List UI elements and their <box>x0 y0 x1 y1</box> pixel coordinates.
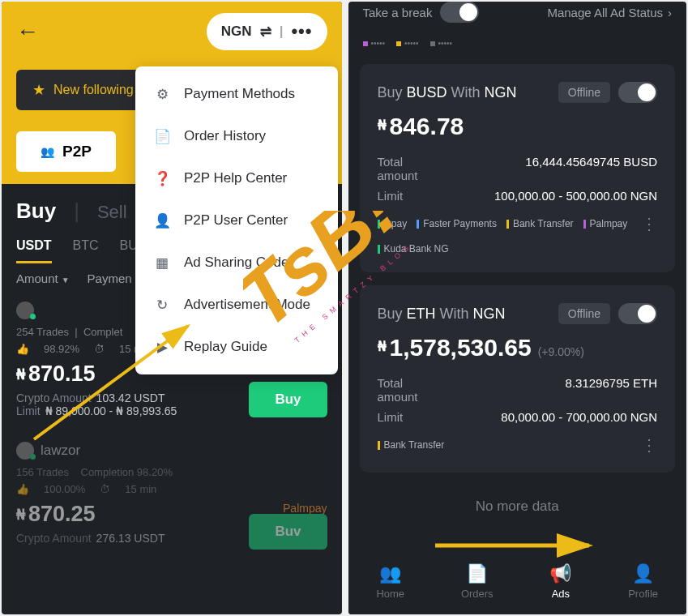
home-icon: 👥 <box>376 563 404 584</box>
coin-btc[interactable]: BTC <box>73 238 99 263</box>
currency-selector[interactable]: NGN ⇌ | ••• <box>207 13 327 50</box>
following-banner[interactable]: ★ New following <box>16 70 150 110</box>
ad-toggle[interactable] <box>618 82 657 103</box>
menu-help-center[interactable]: ❓P2P Help Center <box>135 157 338 199</box>
nav-orders[interactable]: 📄Orders <box>461 563 494 600</box>
header-controls: Take a break Manage All Ad Status › <box>348 2 687 36</box>
chevron-right-icon: › <box>668 6 672 19</box>
document-icon: 📄 <box>153 127 171 145</box>
bottom-nav: 👥Home 📄Orders 📢Ads 👤Profile <box>348 554 687 614</box>
nav-ads[interactable]: 📢Ads <box>549 563 571 600</box>
take-break-label: Take a break <box>363 6 433 19</box>
back-icon[interactable]: ← <box>16 19 39 45</box>
user-icon: 👤 <box>153 212 171 229</box>
no-more-data: No more data <box>348 486 687 528</box>
tab-sell[interactable]: Sell <box>97 202 127 223</box>
nav-home[interactable]: 👥Home <box>376 563 404 600</box>
filter-payment[interactable]: Paymen <box>88 272 132 285</box>
manage-ad-status[interactable]: Manage All Ad Status › <box>547 6 672 19</box>
more-icon[interactable]: ⋮ <box>641 435 657 455</box>
gear-icon: ⚙ <box>153 85 171 103</box>
ad-card-2: Buy ETH With NGN Offline ₦1,578,530.65(+… <box>360 285 676 473</box>
left-screenshot: ← NGN ⇌ | ••• ★ New following 👥 P2P Ex <box>2 2 342 614</box>
buy-button[interactable]: Buv <box>249 514 327 550</box>
tab-buy[interactable]: Buy <box>16 199 56 224</box>
avatar[interactable] <box>16 302 34 319</box>
payment-methods: Opay Faster Payments Bank Transfer Palmp… <box>378 214 658 255</box>
seller-name[interactable]: lawzor <box>41 443 80 459</box>
payment-tag: Palmpay <box>283 502 327 515</box>
right-screenshot: Take a break Manage All Ad Status › ••••… <box>348 2 687 614</box>
ad-title: Buy ETH With NGN <box>378 306 506 323</box>
ad-title: Buy BUSD With NGN <box>378 84 517 101</box>
help-icon: ❓ <box>153 169 171 187</box>
filter-chips: ••••• ••••• ••••• <box>348 36 687 51</box>
coin-usdt[interactable]: USDT <box>16 238 52 263</box>
menu-sharing-code[interactable]: ▦Ad Sharing Code <box>135 242 338 284</box>
p2p-icon: 👥 <box>41 145 54 158</box>
more-menu: ⚙Payment Methods 📄Order History ❓P2P Hel… <box>135 66 338 374</box>
swap-icon: ⇌ <box>260 24 271 41</box>
ad-card-1: Buy BUSD With NGN Offline ₦846.78 Total … <box>360 64 676 272</box>
menu-replay-guide[interactable]: ▶Replay Guide <box>135 326 338 368</box>
ad-price: ₦1,578,530.65(+9.00%) <box>378 334 658 361</box>
currency-label: NGN <box>221 24 252 40</box>
take-break-toggle[interactable] <box>440 2 479 23</box>
menu-user-center[interactable]: 👤P2P User Center <box>135 199 338 242</box>
nav-profile[interactable]: 👤Profile <box>628 563 658 600</box>
status-badge: Offline <box>558 303 610 324</box>
megaphone-icon: 📢 <box>549 563 571 584</box>
clock-icon: ⏱ <box>94 343 105 355</box>
tab-p2p[interactable]: 👥 P2P <box>16 131 116 172</box>
menu-advertisement-mode[interactable]: ↻Advertisement Mode <box>135 284 338 326</box>
qr-icon: ▦ <box>153 254 171 272</box>
status-badge: Offline <box>558 82 610 103</box>
profile-icon: 👤 <box>628 563 658 584</box>
ad-price: ₦846.78 <box>378 113 658 140</box>
more-icon[interactable]: ••• <box>291 21 312 42</box>
payment-methods: Bank Transfer ⋮ <box>378 435 658 455</box>
play-icon: ▶ <box>153 338 171 356</box>
more-icon[interactable]: ⋮ <box>641 214 657 233</box>
ad-toggle[interactable] <box>618 303 657 324</box>
avatar[interactable] <box>16 442 34 460</box>
thumb-icon: 👍 <box>16 483 29 495</box>
menu-order-history[interactable]: 📄Order History <box>135 115 338 157</box>
thumb-icon: 👍 <box>16 343 29 355</box>
refresh-icon: ↻ <box>153 296 171 314</box>
following-text: New following <box>53 83 134 97</box>
menu-payment-methods[interactable]: ⚙Payment Methods <box>135 73 338 115</box>
orders-icon: 📄 <box>461 563 494 584</box>
clock-icon: ⏱ <box>100 483 110 495</box>
listing-2: lawzor 156 Trades Completion 98.20% 👍 10… <box>16 442 327 545</box>
buy-button[interactable]: Buy <box>249 382 327 417</box>
star-icon: ★ <box>32 81 45 99</box>
filter-amount[interactable]: Amount▼ <box>16 272 70 285</box>
